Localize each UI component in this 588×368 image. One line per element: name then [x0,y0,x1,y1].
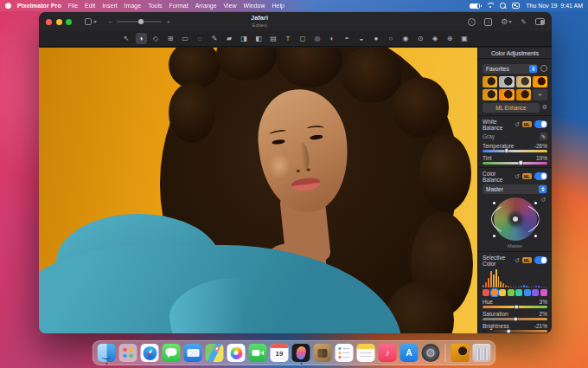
menu-item[interactable]: View [224,3,237,9]
presets-browser-button[interactable] [540,65,547,72]
shape-tool-icon[interactable]: ◻ [297,33,309,44]
info-icon[interactable]: i [468,18,476,26]
dock-system-settings[interactable] [422,344,440,362]
close-button[interactable] [46,19,52,25]
reset-icon[interactable] [514,257,520,263]
erase-tool-icon[interactable]: ◨ [239,33,250,44]
preset-warm-2[interactable] [499,89,514,100]
control-center-icon[interactable] [512,3,520,9]
menu-item[interactable]: Arrange [195,3,217,9]
reset-icon[interactable] [514,173,520,179]
dock-notes-icon[interactable] [357,344,375,362]
frame-tool-icon[interactable]: ▣ [459,33,470,44]
dock-facetime-icon[interactable] [249,344,267,362]
dock-music-icon[interactable]: ♪ [379,344,397,362]
dock-safari-icon[interactable] [141,344,159,362]
swatch-purple[interactable] [532,289,539,296]
swatch-magenta[interactable] [540,289,547,296]
canvas-zoom-menu[interactable] [85,18,97,25]
zoom-out-icon[interactable]: − [109,18,113,26]
dock-launchpad-icon[interactable] [119,344,137,362]
reset-icon[interactable] [514,121,520,127]
dock-recent-document[interactable] [451,344,470,362]
gradient-tool-icon[interactable]: ▤ [268,33,279,44]
markup-icon[interactable]: ✎ [521,18,527,26]
tint-knob[interactable] [519,160,524,165]
wheel-center-knob[interactable] [513,216,518,222]
eyedropper-icon[interactable]: ✎ [540,132,547,140]
preset-warm-1[interactable] [483,89,497,100]
pin-tool-icon[interactable]: ⊙ [415,33,426,44]
dock-reminders[interactable] [336,344,354,362]
hand-tool-icon[interactable]: ◈ [430,33,441,44]
dock-music[interactable]: ♪ [379,344,397,362]
dock-system-settings-icon[interactable] [422,344,440,362]
menu-item[interactable]: File [68,3,78,9]
gear-icon[interactable]: ⚙ [542,104,547,111]
temperature-knob[interactable] [504,148,509,153]
color-balance-range-dropdown[interactable]: Master [483,184,547,194]
menu-item[interactable]: Image [125,3,141,9]
zoom-slider[interactable]: − + [109,18,170,26]
ml-enhance-button[interactable]: ML Enhance [483,103,540,113]
arrange-tool-icon[interactable]: ↖ [121,33,132,44]
dock-photos-icon[interactable] [227,344,246,362]
selective-color-toggle[interactable] [534,256,547,264]
favorites-dropdown[interactable]: Favorites [483,64,538,74]
dock-finder-icon[interactable] [98,344,116,362]
sharpen-tool-icon[interactable]: ◓ [342,33,353,44]
zoom-in-icon[interactable]: + [166,18,170,26]
sidebar-toggle-icon[interactable] [535,18,545,25]
zoom-slider-track[interactable] [117,21,162,23]
color-balance-toggle[interactable] [534,172,547,180]
dock-facetime[interactable] [249,344,267,362]
color-adjustments-tool-icon[interactable]: ◑ [136,33,147,44]
paint-tool-icon[interactable]: ▰ [224,33,235,44]
hue-knob[interactable] [514,305,519,310]
type-tool-icon[interactable]: T [283,33,294,44]
tint-slider[interactable] [483,162,547,165]
dock-messages[interactable] [163,344,181,362]
swatch-green[interactable] [508,289,514,296]
dock-pixelmator-pro-icon[interactable] [292,344,310,362]
dock-books[interactable] [314,344,332,362]
swatch-yellow[interactable] [499,289,506,296]
ml-badge[interactable]: ML [522,121,532,127]
dock-photos[interactable] [227,344,246,362]
settings-menu-icon[interactable]: ⚙ [501,17,512,26]
wheel-reset-icon[interactable] [540,197,546,203]
zoom-tool-icon[interactable]: ⊕ [444,33,456,44]
hue-slider[interactable] [483,306,547,308]
dock-recent-document-icon[interactable] [451,344,470,362]
dock-mail[interactable] [184,344,202,362]
menu-clock[interactable]: Thu Nov 19 9:41 AM [526,3,583,9]
menu-item[interactable]: Window [244,3,265,9]
dock-pixelmator-pro[interactable] [292,344,310,362]
fullscreen-button[interactable] [66,19,72,25]
temperature-slider[interactable] [483,150,547,152]
menu-item[interactable]: Format [169,3,188,9]
clone-tool-icon[interactable]: ◎ [312,33,323,44]
burn-tool-icon[interactable]: ◉ [400,33,412,44]
dock-app-store-icon[interactable]: A [400,344,419,362]
swatch-aqua[interactable] [515,289,522,296]
window-titlebar[interactable]: − + Jafari Edited i ↑ ⚙ ✎ [39,12,552,31]
arc-dot[interactable] [493,202,495,204]
quick-select-tool-icon[interactable]: ✎ [209,33,220,44]
heal-tool-icon[interactable]: ● [371,33,382,44]
preset-faded[interactable] [516,76,531,87]
search-icon[interactable] [500,3,506,9]
arc-dot[interactable] [534,202,537,204]
apple-icon[interactable] [5,3,11,9]
dock-mail-icon[interactable] [184,344,202,362]
effects-tool-icon[interactable]: ◇ [150,33,162,44]
dock-calendar-icon[interactable]: 19 [271,344,289,362]
arc-dot[interactable] [493,235,495,237]
menu-app-name[interactable]: Pixelmator Pro [17,3,61,9]
dock-calendar[interactable]: 19 [271,344,289,362]
dock-app-store[interactable]: A [400,344,419,362]
preset-warm-3[interactable] [516,89,531,100]
wifi-icon[interactable] [486,3,494,9]
ml-badge[interactable]: ML [522,173,532,179]
swatch-blue[interactable] [524,289,531,296]
